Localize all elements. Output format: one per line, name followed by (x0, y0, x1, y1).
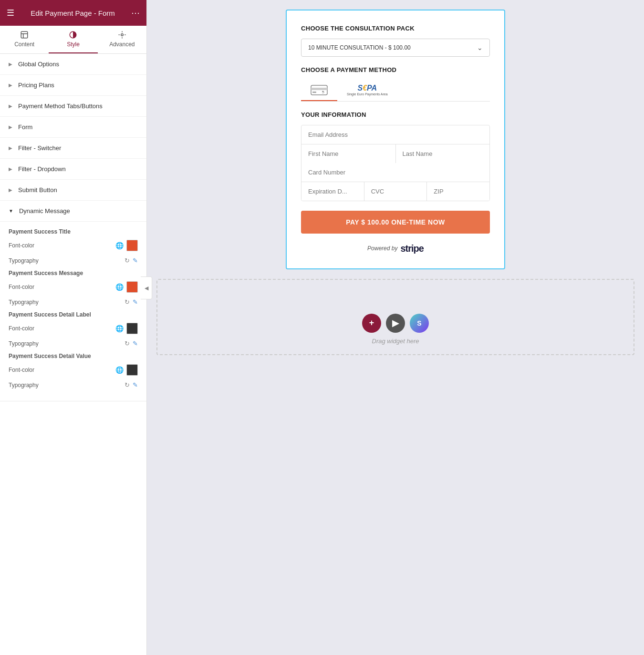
sidebar-item-form[interactable]: ▶ Form (0, 117, 146, 138)
email-field[interactable] (301, 125, 489, 144)
tab-advanced[interactable]: Advanced (98, 26, 146, 53)
font-color-label-message: Font-color (9, 284, 34, 290)
edit-icon-detail-label[interactable]: ✎ (133, 340, 138, 347)
font-color-controls-detail-label: 🌐 (115, 323, 138, 334)
color-swatch-detail-label-black[interactable] (126, 323, 138, 334)
payment-methods-tabs: S € PA Single Euro Payments Area (301, 80, 490, 102)
color-swatch-title-orange[interactable] (126, 240, 138, 251)
arrow-icon: ▶ (9, 103, 12, 109)
consultation-dropdown[interactable]: 10 MINUTE CONSULTATION - $ 100.00 ⌄ (301, 39, 490, 57)
font-color-controls-detail-value: 🌐 (115, 364, 138, 376)
color-swatch-message-orange[interactable] (126, 281, 138, 293)
grid-icon[interactable]: ⋯ (131, 8, 140, 18)
hamburger-icon[interactable]: ☰ (7, 8, 14, 18)
menu-label-pricing-plans: Pricing Plans (18, 82, 54, 89)
reset-icon-detail-label[interactable]: ↻ (125, 340, 130, 347)
sidebar-item-filter-dropdown[interactable]: ▶ Filter - Dropdown (0, 159, 146, 180)
video-button[interactable]: ▶ (386, 314, 405, 333)
zip-field[interactable] (427, 182, 489, 201)
drop-zone: + ▶ S Drag widget here (156, 279, 634, 355)
tab-style-label: Style (67, 41, 80, 48)
drop-zone-text: Drag widget here (372, 338, 419, 345)
chevron-down-icon: ⌄ (477, 44, 483, 51)
reset-icon-detail-value[interactable]: ↻ (125, 381, 130, 389)
style-icon (69, 31, 77, 39)
typography-row-title: Typography ↻ ✎ (9, 257, 138, 264)
add-widget-button[interactable]: + (362, 314, 381, 333)
page-title: Edit Payment Page - Form (31, 9, 115, 17)
edit-icon-detail-value[interactable]: ✎ (133, 381, 138, 389)
arrow-icon: ▶ (9, 61, 12, 67)
color-swatch-detail-value-black[interactable] (126, 364, 138, 376)
sidebar-collapse-handle[interactable]: ◀ (141, 276, 152, 299)
payment-tab-card[interactable] (301, 80, 337, 101)
font-color-label-detail-value: Font-color (9, 367, 34, 373)
globe-icon-title[interactable]: 🌐 (115, 242, 124, 249)
menu-label-filter-dropdown: Filter - Dropdown (18, 165, 66, 173)
font-color-row-detail-value: Font-color 🌐 (9, 364, 138, 376)
sidebar-item-filter-switcher[interactable]: ▶ Filter - Switcher (0, 138, 146, 159)
menu-label-payment-method-tabs: Payment Method Tabs/Buttons (18, 102, 103, 110)
tab-advanced-label: Advanced (109, 41, 135, 48)
svg-rect-0 (21, 31, 28, 38)
sidebar-item-submit-button[interactable]: ▶ Submit Button (0, 180, 146, 201)
tab-content[interactable]: Content (0, 26, 49, 53)
sidebar-tabs: Content Style Advanced (0, 26, 146, 54)
sidebar-menu: ▶ Global Options ▶ Pricing Plans ▶ Payme… (0, 54, 146, 655)
edit-icon-title[interactable]: ✎ (133, 257, 138, 264)
tab-style[interactable]: Style (49, 26, 97, 53)
globe-icon-detail-value[interactable]: 🌐 (115, 366, 124, 374)
typography-controls-detail-label: ↻ ✎ (125, 340, 138, 347)
typography-row-message: Typography ↻ ✎ (9, 298, 138, 306)
payment-success-detail-label-heading: Payment Success Detail Label (9, 311, 138, 318)
menu-label-form: Form (18, 123, 32, 131)
reset-icon-title[interactable]: ↻ (125, 257, 130, 264)
edit-icon-message[interactable]: ✎ (133, 298, 138, 306)
typography-row-detail-label: Typography ↻ ✎ (9, 340, 138, 347)
elementor-button[interactable]: S (410, 314, 429, 333)
expiration-field[interactable] (301, 182, 364, 201)
font-color-controls-message: 🌐 (115, 281, 138, 293)
payment-widget: CHOOSE THE CONSULTATION PACK 10 MINUTE C… (286, 10, 505, 269)
font-color-row-message: Font-color 🌐 (9, 281, 138, 293)
arrow-icon: ▶ (9, 124, 12, 130)
sidebar: ☰ Edit Payment Page - Form ⋯ Content Sty… (0, 0, 147, 655)
font-color-row-detail-label: Font-color 🌐 (9, 323, 138, 334)
first-name-field[interactable] (301, 144, 396, 163)
pay-button[interactable]: PAY $ 100.00 ONE-TIME NOW (301, 211, 490, 234)
sidebar-item-pricing-plans[interactable]: ▶ Pricing Plans (0, 75, 146, 96)
main-content: CHOOSE THE CONSULTATION PACK 10 MINUTE C… (147, 0, 644, 655)
menu-label-filter-switcher: Filter - Switcher (18, 144, 61, 152)
sidebar-item-dynamic-message[interactable]: ▼ Dynamic Message (0, 201, 146, 222)
globe-icon-message[interactable]: 🌐 (115, 283, 124, 291)
typography-label-title: Typography (9, 257, 39, 264)
cvc-field[interactable] (364, 182, 427, 201)
globe-icon-detail-label[interactable]: 🌐 (115, 325, 124, 332)
dynamic-message-section: Payment Success Title Font-color 🌐 Typog… (0, 222, 146, 401)
form-fields (301, 125, 490, 201)
typography-label-message: Typography (9, 299, 39, 306)
reset-icon-message[interactable]: ↻ (125, 298, 130, 306)
payment-success-message-label: Payment Success Message (9, 270, 138, 276)
sidebar-item-global-options[interactable]: ▶ Global Options (0, 54, 146, 75)
consultation-title: CHOOSE THE CONSULTATION PACK (301, 25, 490, 32)
card-number-field[interactable] (301, 163, 489, 182)
typography-row-detail-value: Typography ↻ ✎ (9, 381, 138, 389)
payment-method-title: CHOOSE A PAYMENT METHOD (301, 66, 490, 73)
your-info-title: YOUR INFORMATION (301, 111, 490, 118)
sidebar-header: ☰ Edit Payment Page - Form ⋯ (0, 0, 146, 26)
font-color-label-detail-label: Font-color (9, 325, 34, 332)
tab-content-label: Content (14, 41, 34, 48)
typography-label-detail-label: Typography (9, 340, 39, 347)
svg-point-4 (121, 34, 124, 36)
typography-label-detail-value: Typography (9, 382, 39, 389)
arrow-icon: ▶ (9, 145, 12, 151)
font-color-row-title: Font-color 🌐 (9, 240, 138, 251)
payment-success-title-label: Payment Success Title (9, 228, 138, 235)
payment-tab-sepa[interactable]: S € PA Single Euro Payments Area (337, 80, 397, 101)
arrow-icon: ▶ (9, 166, 12, 172)
advanced-icon (118, 31, 126, 39)
arrow-icon: ▼ (9, 208, 13, 214)
sidebar-item-payment-method-tabs[interactable]: ▶ Payment Method Tabs/Buttons (0, 96, 146, 117)
last-name-field[interactable] (396, 144, 490, 163)
